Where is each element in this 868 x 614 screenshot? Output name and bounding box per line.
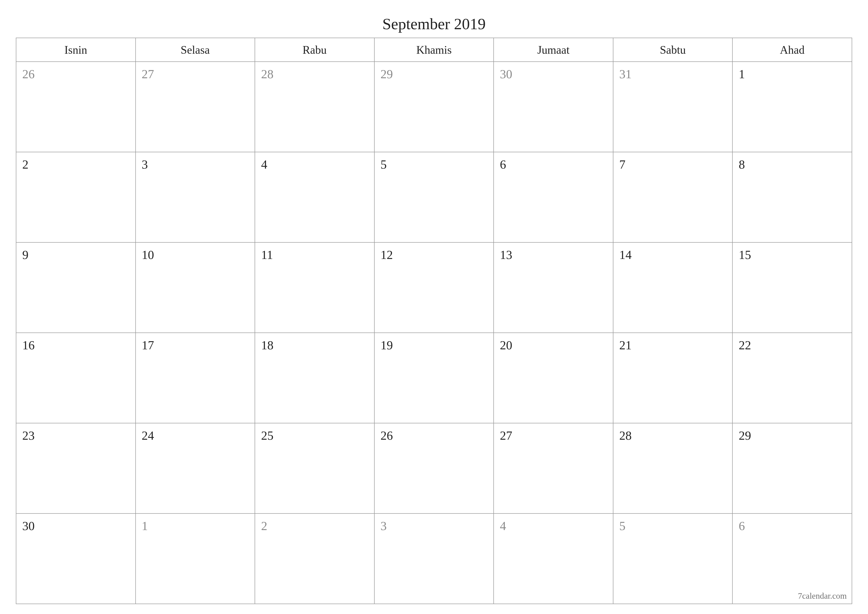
- day-number: 4: [500, 519, 506, 533]
- day-number: 5: [619, 519, 626, 533]
- weekday-header: Khamis: [374, 38, 494, 62]
- day-number: 16: [22, 338, 35, 352]
- calendar-day-cell: 26: [16, 62, 136, 152]
- calendar-day-cell: 10: [136, 242, 255, 333]
- day-number: 25: [261, 429, 273, 442]
- calendar-day-cell: 22: [732, 333, 852, 423]
- day-number: 20: [500, 338, 512, 352]
- day-number: 10: [142, 248, 154, 262]
- weekday-header: Isnin: [16, 38, 136, 62]
- calendar-day-cell: 67calendar.com: [732, 513, 852, 604]
- calendar-day-cell: 28: [613, 423, 733, 513]
- calendar-week-row: 9101112131415: [16, 242, 852, 333]
- calendar-body: 2627282930311234567891011121314151617181…: [16, 62, 852, 604]
- calendar-week-row: 2345678: [16, 152, 852, 242]
- calendar-day-cell: 4: [255, 152, 374, 242]
- calendar-title: September 2019: [16, 15, 852, 33]
- day-number: 14: [619, 248, 632, 262]
- day-number: 6: [500, 157, 506, 171]
- calendar-day-cell: 27: [136, 62, 255, 152]
- calendar-day-cell: 21: [613, 333, 733, 423]
- calendar-day-cell: 1: [136, 513, 255, 604]
- calendar-week-row: 2627282930311: [16, 62, 852, 152]
- day-number: 11: [261, 248, 273, 262]
- day-number: 2: [261, 519, 267, 533]
- day-number: 6: [739, 519, 745, 533]
- calendar-day-cell: 17: [136, 333, 255, 423]
- day-number: 30: [22, 519, 35, 533]
- calendar-day-cell: 20: [494, 333, 613, 423]
- calendar-day-cell: 27: [494, 423, 613, 513]
- day-number: 4: [261, 157, 267, 171]
- weekday-header: Ahad: [732, 38, 852, 62]
- calendar-day-cell: 14: [613, 242, 733, 333]
- weekday-header: Selasa: [136, 38, 255, 62]
- calendar-day-cell: 5: [374, 152, 494, 242]
- calendar-day-cell: 25: [255, 423, 374, 513]
- calendar-day-cell: 6: [494, 152, 613, 242]
- calendar-page: September 2019 Isnin Selasa Rabu Khamis …: [0, 0, 868, 614]
- calendar-day-cell: 2: [255, 513, 374, 604]
- day-number: 26: [22, 67, 35, 81]
- day-number: 1: [142, 519, 148, 533]
- calendar-week-row: 16171819202122: [16, 333, 852, 423]
- calendar-day-cell: 16: [16, 333, 136, 423]
- calendar-grid: Isnin Selasa Rabu Khamis Jumaat Sabtu Ah…: [16, 37, 852, 604]
- calendar-day-cell: 24: [136, 423, 255, 513]
- day-number: 24: [142, 429, 154, 442]
- calendar-week-row: 23242526272829: [16, 423, 852, 513]
- day-number: 30: [500, 67, 512, 81]
- day-number: 21: [619, 338, 632, 352]
- day-number: 27: [142, 67, 154, 81]
- day-number: 9: [22, 248, 28, 262]
- day-number: 2: [22, 157, 28, 171]
- day-number: 28: [619, 429, 632, 442]
- day-number: 31: [619, 67, 632, 81]
- calendar-day-cell: 28: [255, 62, 374, 152]
- calendar-week-row: 301234567calendar.com: [16, 513, 852, 604]
- calendar-day-cell: 30: [494, 62, 613, 152]
- calendar-day-cell: 18: [255, 333, 374, 423]
- day-number: 13: [500, 248, 512, 262]
- calendar-day-cell: 1: [732, 62, 852, 152]
- day-number: 28: [261, 67, 273, 81]
- footer-credit: 7calendar.com: [798, 591, 847, 601]
- calendar-day-cell: 3: [136, 152, 255, 242]
- calendar-day-cell: 31: [613, 62, 733, 152]
- calendar-day-cell: 23: [16, 423, 136, 513]
- day-number: 29: [739, 429, 751, 442]
- calendar-day-cell: 9: [16, 242, 136, 333]
- calendar-day-cell: 11: [255, 242, 374, 333]
- day-number: 5: [381, 157, 387, 171]
- day-number: 26: [381, 429, 393, 442]
- day-number: 27: [500, 429, 512, 442]
- day-number: 19: [381, 338, 393, 352]
- day-number: 18: [261, 338, 273, 352]
- calendar-day-cell: 30: [16, 513, 136, 604]
- day-number: 7: [619, 157, 626, 171]
- calendar-day-cell: 29: [732, 423, 852, 513]
- day-number: 17: [142, 338, 154, 352]
- calendar-day-cell: 5: [613, 513, 733, 604]
- calendar-day-cell: 2: [16, 152, 136, 242]
- calendar-day-cell: 15: [732, 242, 852, 333]
- day-number: 22: [739, 338, 751, 352]
- day-number: 29: [381, 67, 393, 81]
- calendar-day-cell: 29: [374, 62, 494, 152]
- weekday-header: Jumaat: [494, 38, 613, 62]
- day-number: 8: [739, 157, 745, 171]
- weekday-header-row: Isnin Selasa Rabu Khamis Jumaat Sabtu Ah…: [16, 38, 852, 62]
- day-number: 23: [22, 429, 35, 442]
- calendar-day-cell: 19: [374, 333, 494, 423]
- calendar-day-cell: 4: [494, 513, 613, 604]
- calendar-day-cell: 3: [374, 513, 494, 604]
- calendar-day-cell: 26: [374, 423, 494, 513]
- day-number: 1: [739, 67, 745, 81]
- weekday-header: Rabu: [255, 38, 374, 62]
- day-number: 3: [142, 157, 148, 171]
- calendar-day-cell: 7: [613, 152, 733, 242]
- calendar-day-cell: 8: [732, 152, 852, 242]
- calendar-day-cell: 13: [494, 242, 613, 333]
- day-number: 3: [381, 519, 387, 533]
- day-number: 12: [381, 248, 393, 262]
